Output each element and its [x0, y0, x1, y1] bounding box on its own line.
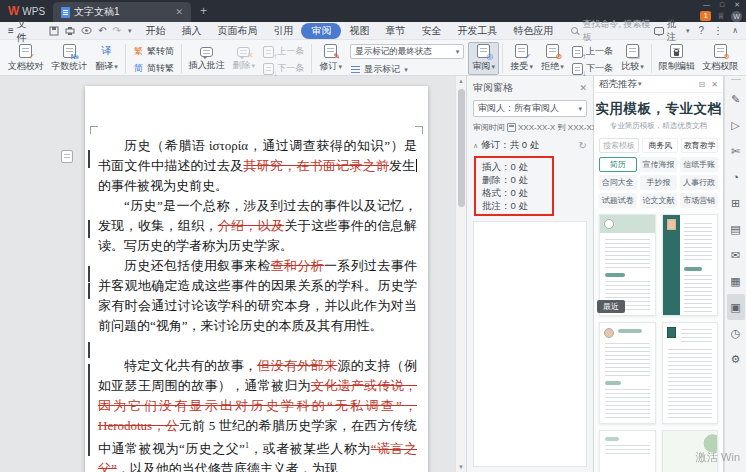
menu-安全[interactable]: 安全: [413, 23, 449, 39]
help-button[interactable]: ?: [699, 25, 705, 36]
quick-link[interactable]: 教育教学: [681, 138, 718, 153]
chevron-down-icon[interactable]: ▾: [638, 80, 642, 88]
document-page[interactable]: 历史（希腊语 ἱστορία，通过调查获得的知识”）是书面文件中描述的过去及其研…: [85, 86, 428, 472]
drag-handle[interactable]: [731, 79, 741, 80]
collapse-ribbon-icon[interactable]: ∧: [732, 26, 738, 35]
maximize-button[interactable]: □: [720, 1, 724, 9]
review-time-row[interactable]: 审阅时间 XXX-XX-X 到 XXX-XX-X: [473, 122, 587, 133]
perm-icon: [714, 44, 727, 58]
ribbon-翻译[interactable]: 翻译▾: [91, 42, 122, 75]
tag-试题试卷[interactable]: 试题试卷: [599, 193, 637, 208]
scrollbar-thumb[interactable]: [458, 89, 465, 207]
template-pane-close-icon[interactable]: ✕: [711, 80, 718, 89]
mail-icon[interactable]: ✉: [727, 242, 745, 268]
reviewer-dropdown[interactable]: 审阅人：所有审阅人 ▾: [473, 100, 587, 117]
tag-人事行政[interactable]: 人事行政: [680, 175, 718, 190]
review-pane-content[interactable]: [473, 221, 587, 467]
scroll-down-icon[interactable]: ▼: [456, 464, 466, 470]
tab-close-icon[interactable]: ✕: [176, 7, 184, 17]
tag-手抄报[interactable]: 手抄报: [640, 175, 678, 190]
settings-icon[interactable]: ⚙: [727, 346, 745, 372]
cursor-icon[interactable]: ▷: [727, 112, 745, 138]
jian-icon: [133, 63, 144, 75]
ribbon-简转繁[interactable]: 简转繁: [133, 62, 174, 75]
save-icon[interactable]: [49, 26, 59, 36]
review-time-value: XXX-XX-X 到 XXX-XX-X: [518, 122, 605, 133]
ribbon-接受[interactable]: 接受▾: [506, 42, 537, 75]
revision-marker-icon[interactable]: [61, 150, 73, 163]
menu-特色应用[interactable]: 特色应用: [505, 23, 561, 39]
next-icon: [263, 63, 274, 75]
scissors-icon[interactable]: ✄: [727, 138, 745, 164]
pin-pane-icon[interactable]: ⊟: [699, 80, 706, 89]
tag-信纸手账[interactable]: 信纸手账: [680, 157, 718, 172]
redo-icon[interactable]: ↷: [113, 25, 121, 36]
template-icon[interactable]: ▣: [727, 294, 745, 320]
tab-title: 文字文稿1: [74, 5, 171, 19]
template-thumbnail[interactable]: [599, 322, 656, 424]
menu-items: 开始插入页面布局引用审阅视图章节安全开发工具特色应用: [137, 23, 561, 39]
pencil-icon[interactable]: ✎: [727, 86, 745, 112]
template-pane-header[interactable]: 稻壳推荐: [599, 78, 637, 91]
stat-row: 删除：0 处: [482, 173, 546, 186]
document-tab[interactable]: 文字文稿1 ✕: [53, 2, 191, 22]
menu-引用[interactable]: 引用: [265, 23, 301, 39]
menu-插入[interactable]: 插入: [173, 23, 209, 39]
template-thumbnail[interactable]: [662, 214, 719, 316]
document-icon: [61, 7, 70, 18]
undo-icon[interactable]: ↶: [98, 25, 106, 36]
review-pane-close-icon[interactable]: ✕: [579, 83, 587, 93]
command-search[interactable]: 查找命令, 搜索模板: [571, 18, 654, 44]
template-search-input[interactable]: 搜索模板: [599, 138, 639, 153]
chart-icon[interactable]: ▤: [727, 216, 745, 242]
menu-页面布局[interactable]: 页面布局: [209, 23, 265, 39]
ribbon-上一条[interactable]: 上一条: [572, 45, 613, 58]
new-tab-button[interactable]: +: [191, 0, 216, 22]
ribbon-修订[interactable]: 修订▾: [315, 42, 346, 75]
ribbon-审阅[interactable]: 审阅▾: [468, 42, 499, 75]
menu-视图[interactable]: 视图: [341, 23, 377, 39]
stat-row: 批注：0 处: [482, 199, 546, 212]
ribbon-下一条[interactable]: 下一条: [572, 62, 613, 75]
table-icon[interactable]: ⊞: [727, 190, 745, 216]
image-icon[interactable]: ▦: [727, 268, 745, 294]
menu-章节[interactable]: 章节: [377, 23, 413, 39]
close-button[interactable]: ✕: [734, 1, 740, 9]
ribbon-繁转简[interactable]: 繁转简: [133, 45, 174, 58]
tag-合同大全[interactable]: 合同大全: [599, 175, 637, 190]
comment-button[interactable]: 批注 ▾: [654, 18, 689, 44]
ribbon-字数统计[interactable]: 字数统计: [47, 42, 90, 75]
file-menu[interactable]: ≡ 文件: [0, 17, 43, 45]
refresh-icon[interactable]: ↻: [579, 140, 587, 151]
more-options-icon[interactable]: ⋮: [713, 25, 723, 36]
quick-link[interactable]: 商务风: [642, 138, 679, 153]
menu-审阅[interactable]: 审阅: [301, 23, 341, 39]
ribbon-限制编辑[interactable]: 限制编辑: [655, 42, 698, 75]
ribbon-文档校对[interactable]: 文档校对: [4, 42, 47, 75]
tag-论文文献[interactable]: 论文文献: [640, 193, 678, 208]
more-quick-icons[interactable]: ▾: [128, 27, 132, 35]
ribbon-插入批注[interactable]: 插入批注: [185, 42, 228, 74]
preview-icon[interactable]: [81, 26, 92, 35]
minimize-button[interactable]: —: [703, 1, 710, 9]
history-icon[interactable]: ◷: [727, 320, 745, 346]
stat-row: 格式：0 处: [482, 186, 546, 199]
document-canvas[interactable]: 历史（希腊语 ἱστορία，通过调查获得的知识”）是书面文件中描述的过去及其研…: [0, 76, 466, 472]
ribbon-显示标记[interactable]: 显示标记▾: [350, 63, 464, 76]
collapse-icon[interactable]: ∧: [473, 142, 478, 150]
print-icon[interactable]: [65, 26, 75, 36]
document-scrollbar[interactable]: ▲ ▼: [455, 76, 466, 472]
template-thumbnail[interactable]: [599, 430, 656, 472]
ribbon-比较[interactable]: 比较▾: [617, 42, 648, 75]
tag-市场营销[interactable]: 市场营销: [680, 193, 718, 208]
ribbon-拒绝[interactable]: 拒绝▾: [537, 42, 568, 75]
menu-开发工具[interactable]: 开发工具: [449, 23, 505, 39]
tag-简历[interactable]: 简历: [599, 157, 637, 172]
scroll-up-icon[interactable]: ▲: [456, 78, 466, 84]
menu-开始[interactable]: 开始: [137, 23, 173, 39]
markup-state-dropdown[interactable]: 显示标记的最终状态▾: [350, 44, 464, 59]
template-thumbnail[interactable]: [662, 322, 719, 424]
tag-宣传海报[interactable]: 宣传海报: [640, 157, 678, 172]
fill-icon[interactable]: ◔: [727, 164, 745, 190]
ribbon-文档权限[interactable]: 文档权限: [699, 42, 742, 75]
